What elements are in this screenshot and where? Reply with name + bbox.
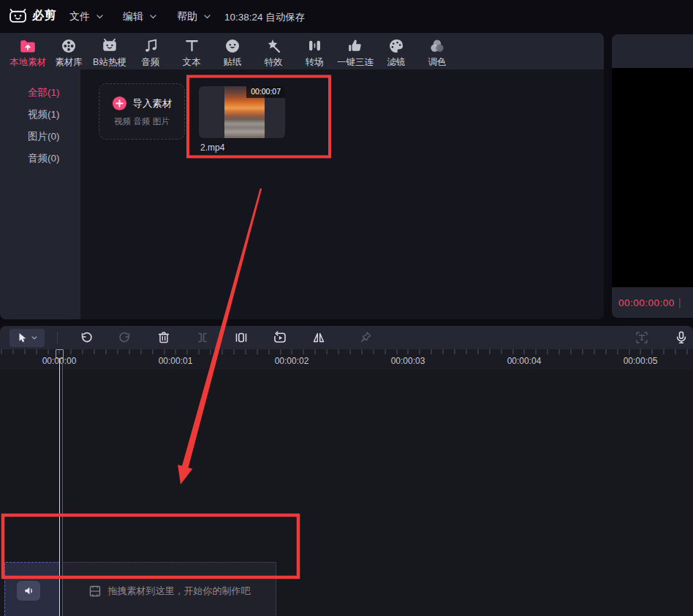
autosave-status: 10:38:24 自动保存 [224,11,305,24]
import-types-hint: 视频 音频 图片 [114,116,169,127]
reverse-play-button[interactable] [273,330,287,345]
record-voice-button[interactable] [674,330,689,345]
tab-label: 转场 [306,56,324,69]
tab-effects[interactable]: 特效 [253,33,294,69]
undo-button[interactable] [79,330,94,345]
tab-transitions[interactable]: 转场 [294,33,335,69]
tab-text[interactable]: 文本 [171,33,212,69]
tab-audio[interactable]: 音频 [130,33,171,69]
dropzone-hint: 拖拽素材到这里，开始你的制作吧 [108,585,251,598]
tab-label: B站热梗 [93,56,126,69]
chevron-down-icon [96,15,103,19]
select-tool-button[interactable] [10,329,45,347]
freeze-frame-icon [234,330,249,345]
thumb-up-icon [346,37,364,56]
tab-label: 贴纸 [224,56,242,69]
ruler-label-1s: 00:00:01 [159,356,193,366]
tab-color-grading[interactable]: 调色 [417,33,458,69]
ruler-ticks [0,349,693,354]
timeline-dropzone[interactable]: 拖拽素材到这里，开始你的制作吧 [62,562,276,616]
text-recognition-button[interactable] [635,330,649,345]
playhead-line[interactable] [59,359,61,616]
tab-bilibili-memes[interactable]: B站热梗 [89,33,130,69]
text-icon [183,37,200,56]
menu-file[interactable]: 文件 [69,10,103,23]
film-reel-icon [60,37,77,56]
tab-filters[interactable]: 滤镜 [376,33,417,69]
tab-local-materials[interactable]: 本地素材 [7,33,48,69]
speaker-icon [23,585,35,597]
chevron-down-icon [204,15,211,19]
tv-face-icon [101,37,118,56]
menu-bar: 必剪 文件 编辑 帮助 10:38:24 自动保存 [0,0,693,33]
tab-material-library[interactable]: 素材库 [48,33,89,69]
category-tabbar: 本地素材 素材库 B站热梗 音频 [0,33,604,69]
split-button[interactable] [195,330,210,345]
palette-icon [387,37,405,56]
app-logo: 必剪 [9,8,57,23]
toolbar-divider [57,332,58,343]
menu-edit-label: 编辑 [123,10,143,23]
redo-icon [118,330,132,345]
delete-button[interactable] [156,330,171,345]
ruler-label-2s: 00:00:02 [275,356,309,366]
split-icon [195,330,210,345]
tab-label: 文本 [183,56,201,69]
ruler-label-5s: 00:00:05 [624,356,658,366]
menu-help[interactable]: 帮助 [177,10,211,23]
text-recognition-icon [635,330,649,345]
materials-panel: 本地素材 素材库 B站热梗 音频 [0,33,604,319]
trash-icon [156,330,171,345]
tab-label: 音频 [142,56,160,69]
chevron-down-icon [31,336,37,340]
mirror-flip-icon [311,330,326,345]
transition-icon [306,37,323,56]
track-header [4,562,60,616]
sidebar-item-video[interactable]: 视频(1) [0,104,80,126]
sidebar-item-audio[interactable]: 音频(0) [0,148,80,170]
tab-label: 一键三连 [337,56,374,69]
tab-stickers[interactable]: 贴纸 [212,33,253,69]
color-wheels-icon [428,37,446,56]
menu-help-label: 帮助 [177,10,197,23]
ruler-label-4s: 00:00:04 [507,356,542,366]
tab-triple-like[interactable]: 一键三连 [335,33,376,69]
playback-timecode: 00:00:00:00 [618,297,675,308]
film-strip-icon [88,585,102,598]
mirror-flip-button[interactable] [311,330,326,345]
timeline-tracks-area: 拖拽素材到这里，开始你的制作吧 [0,370,693,616]
chevron-down-icon [150,15,156,19]
plus-circle-icon [112,96,127,111]
sidebar-item-all[interactable]: 全部(1) [0,82,80,104]
freeze-frame-button[interactable] [234,330,249,345]
clip-filename: 2.mp4 [200,142,224,153]
playhead-handle[interactable] [56,349,64,359]
bijian-logo-icon [9,8,27,23]
redo-button[interactable] [118,330,132,345]
media-clip-card[interactable]: 00:00:07 [199,86,285,138]
materials-grid: 导入素材 视频 音频 图片 00:00:07 2.mp4 [80,69,604,319]
pin-button[interactable] [358,330,373,345]
menu-edit[interactable]: 编辑 [123,10,156,23]
folder-upload-icon [18,37,37,56]
tab-label: 素材库 [55,56,83,69]
timecode-divider: | [678,297,681,308]
reverse-play-icon [273,330,287,345]
magic-star-icon [265,37,282,56]
pin-icon [358,330,373,345]
sidebar-item-image[interactable]: 图片(0) [0,126,80,148]
import-material-button[interactable]: 导入素材 视频 音频 图片 [99,83,185,140]
clip-duration-badge: 00:00:07 [246,86,285,98]
timeline-ruler[interactable]: 00:00:00 00:00:01 00:00:02 00:00:03 00:0… [0,349,693,370]
preview-video-viewport [612,68,693,287]
app-title: 必剪 [32,8,57,23]
timeline-toolbar [0,326,693,349]
preview-panel: 00:00:00:00 | [612,34,693,318]
ruler-label-3s: 00:00:03 [391,356,425,366]
timeline-panel: 00:00:00 00:00:01 00:00:02 00:00:03 00:0… [0,326,693,616]
tab-label: 调色 [428,56,447,69]
cursor-icon [18,332,27,343]
tab-label: 滤镜 [387,56,406,69]
filter-sidebar: 全部(1) 视频(1) 图片(0) 音频(0) [0,69,80,319]
track-mute-button[interactable] [17,581,40,601]
